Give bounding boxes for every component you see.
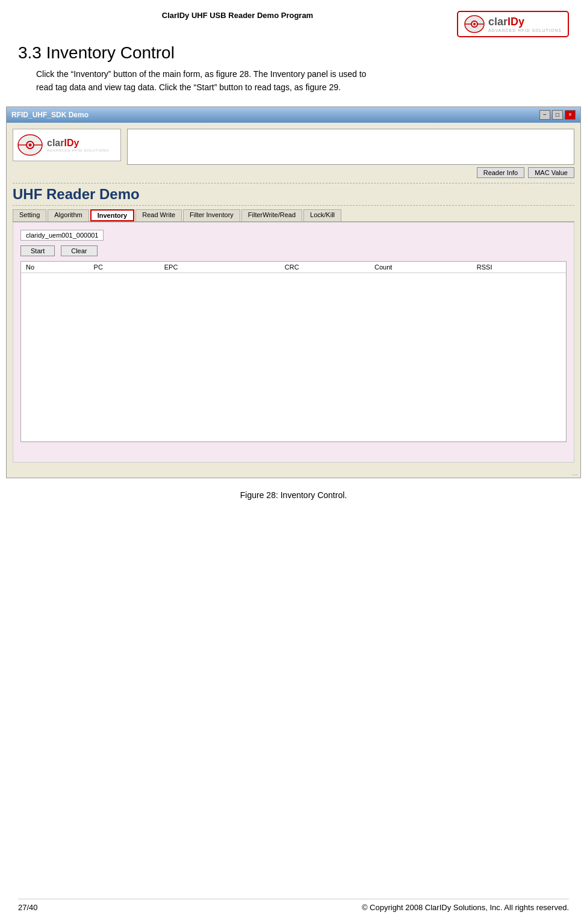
app-logo-clar: clar bbox=[47, 138, 64, 149]
tabs-bar: Setting Algorithm Inventory Read Write F… bbox=[13, 209, 574, 222]
app-logo-idy: IDy bbox=[64, 138, 79, 149]
table-header-row: No PC EPC CRC Count RSSI bbox=[21, 262, 566, 273]
section-body: Click the “Inventory” button of the main… bbox=[36, 67, 551, 94]
section-heading: 3.3 Inventory Control bbox=[18, 43, 569, 63]
data-table-container: No PC EPC CRC Count RSSI bbox=[20, 261, 567, 442]
header-title-area: ClarIDy UHF USB Reader Demo Program bbox=[18, 11, 457, 21]
maximize-button[interactable]: □ bbox=[552, 110, 563, 120]
inventory-table: No PC EPC CRC Count RSSI bbox=[21, 262, 566, 442]
tab-inventory[interactable]: Inventory bbox=[90, 209, 135, 221]
screenshot-window: RFID_UHF_SDK Demo − □ × clarIDy bbox=[6, 106, 581, 478]
app-top-area: clarIDy ADVANCED RFID SOLUTIONS Reader I… bbox=[13, 129, 574, 178]
reader-info-button[interactable]: Reader Info bbox=[477, 167, 524, 178]
window-titlebar: RFID_UHF_SDK Demo − □ × bbox=[7, 107, 580, 123]
mac-value-button[interactable]: MAC Value bbox=[528, 167, 574, 178]
action-buttons: Start Clear bbox=[20, 245, 567, 256]
resize-corner: … bbox=[7, 469, 580, 478]
section-body-line2: read tag data and view tag data. Click t… bbox=[36, 81, 551, 94]
app-info-box bbox=[127, 129, 574, 165]
figure-caption: Figure 28: Inventory Control. bbox=[0, 490, 587, 500]
resize-handle[interactable]: … bbox=[572, 470, 578, 476]
close-button[interactable]: × bbox=[565, 110, 576, 120]
document-title: ClarIDy UHF USB Reader Demo Program bbox=[18, 11, 457, 20]
col-rssi: RSSI bbox=[472, 262, 566, 273]
device-label: claridy_uem001_000001 bbox=[20, 230, 104, 241]
logo-idy: IDy bbox=[508, 16, 524, 28]
col-count: Count bbox=[370, 262, 472, 273]
section-body-line1: Click the “Inventory” button of the main… bbox=[36, 67, 551, 81]
col-epc: EPC bbox=[160, 262, 280, 273]
col-crc: CRC bbox=[280, 262, 370, 273]
header-logo: clarIDy ADVANCED RFID SOLUTIONS bbox=[457, 11, 569, 37]
minimize-button[interactable]: − bbox=[539, 110, 550, 120]
tab-filter-write-read[interactable]: FilterWrite/Read bbox=[241, 209, 302, 221]
tab-setting[interactable]: Setting bbox=[13, 209, 46, 221]
table-empty-row bbox=[21, 273, 566, 441]
app-logo-icon bbox=[17, 133, 43, 157]
svg-point-2 bbox=[473, 23, 476, 25]
start-button[interactable]: Start bbox=[20, 245, 55, 256]
logo-clar: clar bbox=[488, 16, 508, 28]
window-controls: − □ × bbox=[539, 110, 576, 120]
app-buttons-row: Reader Info MAC Value bbox=[127, 167, 574, 178]
page-number: 27/40 bbox=[18, 903, 38, 912]
app-right-panel: Reader Info MAC Value bbox=[127, 129, 574, 178]
uhf-title-bar: UHF Reader Demo bbox=[13, 183, 574, 206]
col-pc: PC bbox=[89, 262, 160, 273]
app-logo-area: clarIDy ADVANCED RFID SOLUTIONS bbox=[13, 129, 121, 161]
app-logo-sub: ADVANCED RFID SOLUTIONS bbox=[47, 149, 109, 152]
window-title: RFID_UHF_SDK Demo bbox=[11, 111, 89, 119]
page-footer: 27/40 © Copyright 2008 ClarIDy Solutions… bbox=[18, 899, 569, 912]
claridy-logo-icon bbox=[464, 14, 485, 34]
tab-algorithm[interactable]: Algorithm bbox=[48, 209, 89, 221]
col-no: No bbox=[21, 262, 89, 273]
tab-filter-inventory[interactable]: Filter Inventory bbox=[183, 209, 240, 221]
app-main-title: UHF Reader Demo bbox=[13, 186, 140, 202]
tab-lock-kill[interactable]: Lock/Kill bbox=[303, 209, 341, 221]
copyright: © Copyright 2008 ClarIDy Solutions, Inc.… bbox=[362, 903, 569, 912]
clear-button[interactable]: Clear bbox=[61, 245, 97, 256]
page-header: ClarIDy UHF USB Reader Demo Program clar… bbox=[0, 0, 587, 37]
svg-point-7 bbox=[29, 143, 32, 146]
tab-read-write[interactable]: Read Write bbox=[135, 209, 182, 221]
logo-subtitle: ADVANCED RFID SOLUTIONS bbox=[488, 28, 562, 32]
tab-content-inventory: claridy_uem001_000001 Start Clear No PC … bbox=[13, 222, 574, 463]
window-body: clarIDy ADVANCED RFID SOLUTIONS Reader I… bbox=[7, 123, 580, 469]
